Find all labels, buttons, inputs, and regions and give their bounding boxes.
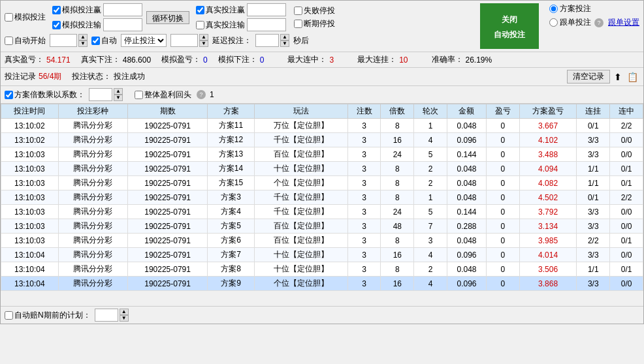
table-cell: 1 bbox=[414, 190, 447, 205]
table-cell: 0.096 bbox=[447, 277, 486, 291]
table-cell: 5 bbox=[414, 147, 447, 162]
end-time-down[interactable]: ▼ bbox=[199, 40, 208, 47]
stop-invest-select[interactable]: 停止投注 bbox=[121, 34, 167, 47]
follow-settings-link[interactable]: 跟单设置 bbox=[608, 17, 639, 28]
table-cell: 3.868 bbox=[519, 277, 577, 291]
single-bet-help-icon[interactable]: ? bbox=[594, 18, 604, 27]
sim-input-checkbox[interactable]: 模拟投注输 bbox=[52, 20, 101, 31]
auto-stop-checkbox[interactable]: 自动赔N期前的计划： bbox=[5, 310, 91, 321]
table-cell: 0/1 bbox=[610, 262, 643, 277]
table-cell: 方案9 bbox=[208, 277, 254, 291]
table-cell: 8 bbox=[381, 234, 414, 248]
copy-icon[interactable]: 📋 bbox=[626, 72, 639, 82]
table-cell: 7 bbox=[414, 219, 447, 234]
table-cell: 3.792 bbox=[519, 205, 577, 219]
table-cell: 腾讯分分彩 bbox=[58, 234, 127, 248]
single-bet-radio[interactable]: 跟单投注 ? 跟单设置 bbox=[549, 17, 639, 28]
bet-status-value: 投注成功 bbox=[114, 71, 145, 82]
auto-stop-down[interactable]: ▼ bbox=[120, 315, 129, 322]
table-cell: 0 bbox=[487, 147, 520, 162]
table-cell: 0/0 bbox=[610, 277, 643, 291]
auto-stop-up[interactable]: ▲ bbox=[120, 309, 129, 315]
table-cell: 3/3 bbox=[577, 219, 610, 234]
real-input-field[interactable]: 50000 bbox=[247, 18, 286, 31]
table-cell: 13:10:03 bbox=[1, 234, 59, 248]
table-cell: 0/1 bbox=[577, 119, 610, 133]
sim-pl-label: 模拟盈亏： bbox=[161, 54, 201, 65]
table-cell: 0.048 bbox=[447, 262, 486, 277]
auto-start-checkbox[interactable]: 自动开始 bbox=[5, 35, 46, 46]
close-auto-bet-btn[interactable]: 关闭 自动投注 bbox=[480, 3, 539, 49]
upload-icon[interactable]: ⬆ bbox=[613, 72, 623, 82]
table-cell: 2/2 bbox=[610, 119, 643, 133]
table-row: 13:10:03腾讯分分彩190225-0791方案14十位【定位胆】3820.… bbox=[1, 162, 643, 176]
sim-win-checkbox[interactable]: 模拟投注赢 bbox=[52, 5, 101, 16]
delay-input[interactable]: 0 bbox=[255, 34, 279, 47]
th-plan: 方案 bbox=[208, 104, 254, 119]
table-cell: 190225-0791 bbox=[127, 248, 208, 262]
break-stop-label: 断期停投 bbox=[304, 18, 335, 29]
multiplier-up[interactable]: ▲ bbox=[114, 88, 123, 95]
max-lose-value: 10 bbox=[399, 55, 408, 65]
table-cell: 方案15 bbox=[208, 176, 254, 190]
table-cell: 0/0 bbox=[610, 248, 643, 262]
table-cell: 腾讯分分彩 bbox=[58, 205, 127, 219]
sim-win-input[interactable]: 50000 bbox=[103, 3, 142, 16]
end-time-input[interactable]: 22:32 bbox=[170, 34, 198, 47]
table-cell: 0.048 bbox=[447, 176, 486, 190]
auto-stop-input[interactable]: 3 bbox=[95, 309, 118, 322]
table-cell: 24 bbox=[381, 147, 414, 162]
table-cell: 千位【定位胆】 bbox=[254, 133, 347, 147]
delay-down[interactable]: ▼ bbox=[280, 40, 289, 47]
bottom-ctrl: 方案倍数乘以系数： 8 ▲ ▼ 整体盈利回头 ? 1 bbox=[1, 86, 643, 104]
auto-checkbox[interactable]: 自动 bbox=[91, 35, 117, 46]
table-cell: 方案11 bbox=[208, 119, 254, 133]
real-win-input[interactable]: 50000 bbox=[247, 3, 286, 16]
table-cell: 0/1 bbox=[610, 176, 643, 190]
table-cell: 0 bbox=[487, 162, 520, 176]
real-input-checkbox[interactable]: 真实投注输 bbox=[196, 20, 245, 31]
table-cell: 0.048 bbox=[447, 234, 486, 248]
delay-unit: 秒后 bbox=[293, 35, 309, 46]
start-time-down[interactable]: ▼ bbox=[78, 40, 88, 47]
cycle-btn[interactable]: 循环切换 bbox=[146, 11, 189, 24]
break-stop-checkbox[interactable]: 断期停投 bbox=[294, 18, 335, 29]
plan-bet-radio[interactable]: 方案投注 bbox=[549, 3, 639, 14]
table-cell: 方案12 bbox=[208, 133, 254, 147]
table-cell: 0/0 bbox=[610, 133, 643, 147]
real-win-checkbox[interactable]: 真实投注赢 bbox=[196, 5, 245, 16]
table-cell: 2 bbox=[414, 162, 447, 176]
table-cell: 3 bbox=[347, 277, 381, 291]
clear-records-btn[interactable]: 清空记录 bbox=[567, 70, 610, 83]
multiplier-input[interactable]: 8 bbox=[89, 88, 112, 101]
table-cell: 4.102 bbox=[519, 133, 577, 147]
table-cell: 3 bbox=[347, 190, 381, 205]
bet-record-label: 投注记录 bbox=[5, 71, 36, 82]
fail-stop-checkbox[interactable]: 失败停投 bbox=[294, 5, 335, 16]
sim-bet-label: 模拟下注： bbox=[218, 54, 257, 65]
end-time-up[interactable]: ▲ bbox=[199, 34, 208, 40]
table-cell: 16 bbox=[381, 277, 414, 291]
single-bet-label: 跟单投注 bbox=[560, 17, 591, 28]
table-row: 13:10:02腾讯分分彩190225-0791方案12千位【定位胆】31640… bbox=[1, 133, 643, 147]
table-cell: 13:10:04 bbox=[1, 248, 59, 262]
table-cell: 4 bbox=[414, 277, 447, 291]
simulate-bet-checkbox[interactable]: 模拟投注 bbox=[5, 12, 46, 23]
delay-up[interactable]: ▲ bbox=[280, 34, 289, 40]
table-cell: 腾讯分分彩 bbox=[58, 262, 127, 277]
table-cell: 0/1 bbox=[577, 190, 610, 205]
sim-input-field[interactable]: 50000 bbox=[103, 18, 142, 31]
table-cell: 190225-0791 bbox=[127, 162, 208, 176]
th-play: 玩法 bbox=[254, 104, 347, 119]
multiplier-checkbox[interactable]: 方案倍数乘以系数： bbox=[5, 89, 85, 100]
table-cell: 190225-0791 bbox=[127, 262, 208, 277]
profit-return-checkbox[interactable]: 整体盈利回头 bbox=[135, 89, 191, 100]
start-time-up[interactable]: ▲ bbox=[78, 34, 88, 40]
table-cell: 4 bbox=[414, 133, 447, 147]
multiplier-down[interactable]: ▼ bbox=[114, 95, 123, 101]
table-cell: 3 bbox=[347, 119, 381, 133]
table-row: 13:10:03腾讯分分彩190225-0791方案6百位【定位胆】3830.0… bbox=[1, 234, 643, 248]
start-time-input[interactable]: 09:01 bbox=[50, 34, 77, 47]
multiplier-label: 方案倍数乘以系数： bbox=[14, 89, 85, 100]
profit-help-icon[interactable]: ? bbox=[197, 90, 206, 99]
